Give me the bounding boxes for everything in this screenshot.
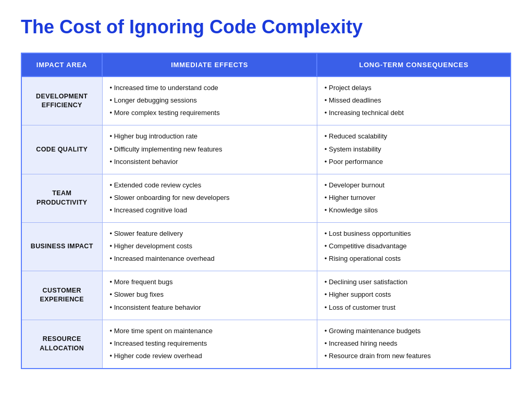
list-item: More frequent bugs	[110, 276, 310, 288]
list-item: Higher turnover	[325, 192, 503, 204]
impact-area-cell: TEAM PRODUCTIVITY	[21, 174, 102, 222]
list-item: Project delays	[325, 82, 503, 94]
impact-area-cell: BUSINESS IMPACT	[21, 223, 102, 271]
list-item: Slower onboarding for new developers	[110, 192, 310, 204]
list-item: Lost business opportunities	[325, 228, 503, 239]
long-term-consequences-cell: Growing maintenance budgetsIncreased hir…	[317, 320, 511, 369]
immediate-effects-cell: Slower feature deliveryHigher developmen…	[102, 223, 317, 271]
list-item: Inconsistent behavior	[110, 156, 310, 168]
table-row: CUSTOMER EXPERIENCEMore frequent bugsSlo…	[21, 271, 511, 320]
list-item: Knowledge silos	[325, 205, 503, 216]
col-header-consequences: LONG-TERM CONSEQUENCES	[317, 53, 511, 77]
list-item: Declining user satisfaction	[325, 276, 503, 288]
list-item: Missed deadlines	[325, 95, 503, 106]
long-term-consequences-cell: Reduced scalabilitySystem instabilityPoo…	[317, 125, 511, 174]
list-item: Reduced scalability	[325, 131, 503, 142]
list-item: More time spent on maintenance	[110, 325, 310, 337]
table-row: RESOURCE ALLOCATIONMore time spent on ma…	[21, 320, 511, 369]
complexity-cost-table: IMPACT AREA IMMEDIATE EFFECTS LONG-TERM …	[21, 53, 511, 369]
impact-area-cell: DEVELOPMENT EFFICIENCY	[21, 77, 102, 125]
impact-area-cell: CUSTOMER EXPERIENCE	[21, 271, 102, 320]
list-item: Inconsistent feature behavior	[110, 302, 310, 313]
long-term-consequences-cell: Developer burnoutHigher turnoverKnowledg…	[317, 174, 511, 222]
list-item: Poor performance	[325, 156, 503, 168]
long-term-consequences-cell: Project delaysMissed deadlinesIncreasing…	[317, 77, 511, 125]
table-row: CODE QUALITYHigher bug introduction rate…	[21, 125, 511, 174]
list-item: Higher development costs	[110, 241, 310, 252]
list-item: Higher code review overhead	[110, 350, 310, 362]
list-item: Increased testing requirements	[110, 338, 310, 349]
immediate-effects-cell: More frequent bugsSlower bug fixesIncons…	[102, 271, 317, 320]
list-item: Growing maintenance budgets	[325, 325, 503, 337]
list-item: Longer debugging sessions	[110, 95, 310, 106]
list-item: Rising operational costs	[325, 253, 503, 264]
list-item: Extended code review cycles	[110, 180, 310, 191]
page-title: The Cost of Ignoring Code Complexity	[21, 16, 511, 38]
list-item: Slower feature delivery	[110, 228, 310, 239]
table-row: DEVELOPMENT EFFICIENCYIncreased time to …	[21, 77, 511, 125]
list-item: Developer burnout	[325, 180, 503, 191]
immediate-effects-cell: Extended code review cyclesSlower onboar…	[102, 174, 317, 222]
list-item: Higher support costs	[325, 289, 503, 300]
list-item: Loss of customer trust	[325, 302, 503, 313]
list-item: Increased maintenance overhead	[110, 253, 310, 264]
immediate-effects-cell: Increased time to understand codeLonger …	[102, 77, 317, 125]
col-header-impact: IMPACT AREA	[21, 53, 102, 77]
list-item: Slower bug fixes	[110, 289, 310, 300]
list-item: Difficulty implementing new features	[110, 144, 310, 155]
list-item: Increasing technical debt	[325, 107, 503, 119]
long-term-consequences-cell: Lost business opportunitiesCompetitive d…	[317, 223, 511, 271]
immediate-effects-cell: Higher bug introduction rateDifficulty i…	[102, 125, 317, 174]
impact-area-cell: CODE QUALITY	[21, 125, 102, 174]
table-row: BUSINESS IMPACTSlower feature deliveryHi…	[21, 223, 511, 271]
table-row: TEAM PRODUCTIVITYExtended code review cy…	[21, 174, 511, 222]
list-item: Competitive disadvantage	[325, 241, 503, 252]
list-item: Higher bug introduction rate	[110, 131, 310, 142]
long-term-consequences-cell: Declining user satisfactionHigher suppor…	[317, 271, 511, 320]
list-item: System instability	[325, 144, 503, 155]
list-item: Resource drain from new features	[325, 350, 503, 362]
list-item: Increased time to understand code	[110, 82, 310, 94]
list-item: Increased hiring needs	[325, 338, 503, 349]
impact-area-cell: RESOURCE ALLOCATION	[21, 320, 102, 369]
col-header-effects: IMMEDIATE EFFECTS	[102, 53, 317, 77]
list-item: Increased cognitive load	[110, 205, 310, 216]
immediate-effects-cell: More time spent on maintenanceIncreased …	[102, 320, 317, 369]
list-item: More complex testing requirements	[110, 107, 310, 119]
